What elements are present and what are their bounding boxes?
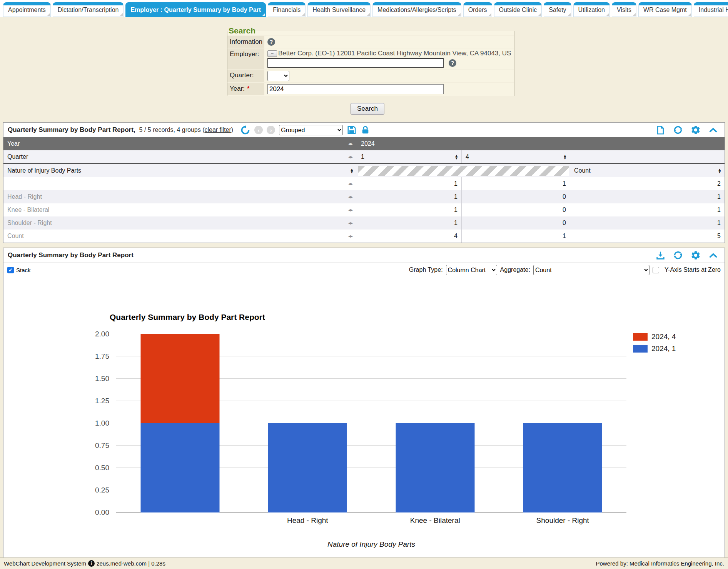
- undo-icon[interactable]: [240, 125, 250, 135]
- q1-value-cell: 1: [357, 203, 461, 216]
- clear-filter-link[interactable]: clear filter: [204, 126, 231, 133]
- tab-label: Financials: [273, 7, 301, 13]
- hatched-placeholder: [358, 166, 569, 176]
- move-row-icon[interactable]: ◂▸: [348, 233, 353, 239]
- collapse-employer-button[interactable]: −: [267, 50, 277, 57]
- info-icon[interactable]: i: [88, 560, 95, 567]
- y-tick-label: 1.25: [75, 397, 109, 405]
- quarter-select[interactable]: [267, 71, 289, 81]
- tab-employer-quarterly-summary-by-body-part[interactable]: Employer : Quarterly Summary by Body Par…: [125, 2, 266, 17]
- sort-icon[interactable]: ▴▾: [564, 154, 566, 160]
- q4-value-cell: 0: [461, 203, 570, 216]
- quarter-col-1: 1: [361, 153, 364, 160]
- move-row-icon[interactable]: ◂▸: [348, 194, 353, 200]
- employer-selected-value: Better Corp. (EO-1) 12001 Pacific Coast …: [278, 50, 511, 57]
- y-tick-label: 1.75: [75, 352, 109, 361]
- bar-segment: [523, 423, 602, 512]
- collapse-panel-icon[interactable]: [708, 251, 718, 260]
- save-icon[interactable]: [347, 125, 357, 135]
- information-help-icon[interactable]: ?: [267, 38, 275, 46]
- information-label: Information: [227, 36, 264, 48]
- employer-row: Employer: − Better Corp. (EO-1) 12001 Pa…: [227, 48, 514, 69]
- collapse-panel-icon[interactable]: [708, 125, 718, 135]
- table-row: ◂▸112: [3, 177, 725, 190]
- y-tick-label: 1.00: [75, 419, 109, 428]
- x-category-label: Head - Right: [287, 516, 328, 525]
- employer-input[interactable]: [267, 58, 444, 68]
- lock-icon[interactable]: [361, 125, 370, 135]
- q4-value-cell: 1: [461, 177, 570, 190]
- chart-legend: 2024, 42024, 1: [633, 333, 676, 353]
- next-page-icon[interactable]: ›: [267, 126, 275, 134]
- year-input[interactable]: [267, 84, 444, 94]
- search-button[interactable]: Search: [351, 103, 384, 115]
- tab-outside-clinic[interactable]: Outside Clinic: [494, 2, 542, 17]
- chart-panel-title: Quarterly Summary by Body Part Report: [8, 251, 134, 259]
- download-icon[interactable]: [656, 251, 665, 260]
- row-label: Count: [7, 233, 24, 240]
- count-value-cell: 1: [570, 190, 725, 203]
- tab-medications-allergies-scripts[interactable]: Medications/Allergies/Scripts: [372, 2, 461, 17]
- y-tick-label: 1.50: [75, 374, 109, 383]
- move-column-icon[interactable]: ◂▸: [348, 141, 353, 146]
- sort-icon[interactable]: ▴▾: [455, 154, 458, 160]
- refresh-icon[interactable]: [673, 125, 683, 135]
- legend-item: 2024, 4: [633, 333, 676, 341]
- legend-swatch: [633, 333, 648, 341]
- tab-label: Outside Clinic: [499, 7, 537, 13]
- aggregate-select[interactable]: Count: [533, 265, 650, 275]
- refresh-icon[interactable]: [673, 250, 683, 260]
- tab-visits[interactable]: Visits: [612, 2, 636, 17]
- tab-dictation-transcription[interactable]: Dictation/Transcription: [53, 2, 124, 17]
- tab-orders[interactable]: Orders: [463, 2, 492, 17]
- move-row-icon[interactable]: ◂▸: [348, 207, 353, 213]
- move-column-icon[interactable]: ◂▸: [348, 154, 353, 160]
- row-label: Head - Right: [7, 193, 42, 200]
- tab-label: WR Case Mgmt: [643, 7, 687, 13]
- y-tick-label: 0.25: [75, 486, 109, 494]
- settings-gear-icon[interactable]: [691, 125, 701, 135]
- aggregate-label: Aggregate:: [500, 266, 530, 273]
- group-mode-select[interactable]: Grouped: [279, 125, 343, 135]
- employer-help-icon[interactable]: ?: [449, 59, 456, 67]
- table-row: Count◂▸415: [3, 230, 725, 243]
- new-document-icon[interactable]: [656, 125, 665, 135]
- tab-industrial-hygiene[interactable]: Industrial Hygiene: [694, 2, 728, 17]
- year-header-label: Year: [7, 140, 20, 147]
- report-summary: 5 / 5 records, 4 groups (clear filter): [139, 126, 234, 133]
- tab-label: Safety: [549, 7, 566, 13]
- table-row: Head - Right◂▸101: [3, 190, 725, 203]
- bar-shoulder-right: [523, 423, 602, 512]
- move-row-icon[interactable]: ◂▸: [348, 181, 353, 186]
- report-title: Quarterly Summary by Body Part Report,: [8, 126, 135, 134]
- tab-wr-case-mgmt[interactable]: WR Case Mgmt: [638, 2, 692, 17]
- count-value-cell: 2: [570, 177, 725, 190]
- tab-health-surveillance[interactable]: Health Surveillance: [307, 2, 371, 17]
- tab-utilization[interactable]: Utilization: [573, 2, 610, 17]
- bar-segment: [396, 423, 474, 512]
- tab-label: Industrial Hygiene: [699, 7, 728, 13]
- sort-icon[interactable]: ▴▾: [718, 168, 721, 173]
- stack-checkbox[interactable]: ✓: [7, 267, 14, 273]
- count-value-cell: 1: [570, 216, 725, 230]
- tab-appointments[interactable]: Appointments: [3, 2, 51, 17]
- report-panel-header: Quarterly Summary by Body Part Report, 5…: [3, 123, 725, 137]
- tab-label: Orders: [468, 7, 487, 13]
- prev-page-icon[interactable]: ‹: [254, 126, 263, 134]
- graph-type-select[interactable]: Column Chart: [446, 265, 497, 275]
- count-value-cell: 1: [570, 203, 725, 216]
- legend-swatch: [633, 345, 648, 353]
- q1-value-cell: 4: [357, 230, 461, 243]
- tab-safety[interactable]: Safety: [544, 2, 571, 17]
- settings-gear-icon[interactable]: [691, 250, 701, 260]
- move-row-icon[interactable]: ◂▸: [348, 220, 353, 226]
- quarter-header-label: Quarter: [7, 153, 28, 160]
- report-table: Year ◂▸ 2024 Quarter ◂▸ 1 ▴▾ 4 ▴▾ Natu: [3, 137, 725, 243]
- tab-label: Health Surveillance: [312, 7, 366, 13]
- chart-controls: ✓ Stack Graph Type: Column Chart Aggrega…: [3, 263, 725, 277]
- sort-icon[interactable]: ▴▾: [351, 168, 353, 173]
- y-axis-zero-checkbox[interactable]: [653, 267, 659, 273]
- stack-label: Stack: [16, 267, 31, 273]
- tab-financials[interactable]: Financials: [268, 2, 306, 17]
- report-panel: Quarterly Summary by Body Part Report, 5…: [3, 122, 725, 243]
